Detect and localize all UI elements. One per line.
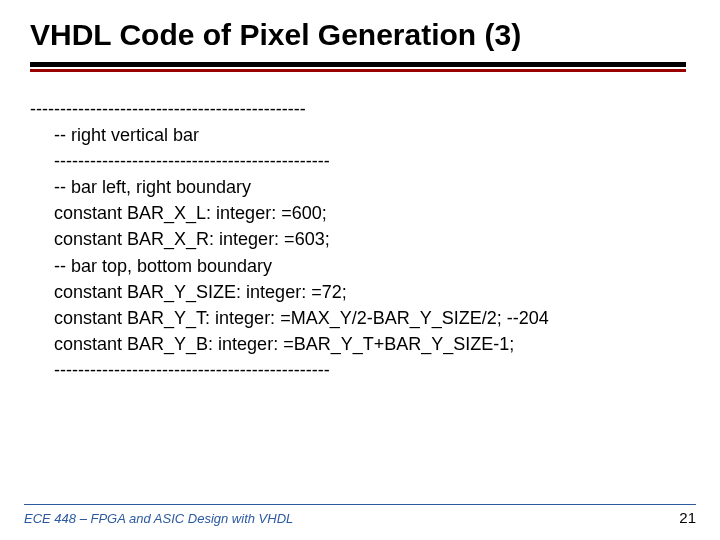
- rule-thin: [30, 69, 686, 72]
- code-line: -- bar top, bottom boundary: [54, 253, 696, 279]
- code-line: constant BAR_Y_T: integer: =MAX_Y/2-BAR_…: [54, 305, 696, 331]
- code-line: -- bar left, right boundary: [54, 174, 696, 200]
- rule-thick: [30, 62, 686, 67]
- code-dash-line: ----------------------------------------…: [54, 357, 696, 383]
- code-line: constant BAR_X_R: integer: =603;: [54, 226, 696, 252]
- title-rule: [30, 62, 686, 72]
- footer-divider: [24, 504, 696, 505]
- code-line: constant BAR_Y_SIZE: integer: =72;: [54, 279, 696, 305]
- footer: ECE 448 – FPGA and ASIC Design with VHDL…: [24, 504, 696, 526]
- code-line: -- right vertical bar: [54, 122, 696, 148]
- code-line: constant BAR_Y_B: integer: =BAR_Y_T+BAR_…: [54, 331, 696, 357]
- code-line: constant BAR_X_L: integer: =600;: [54, 200, 696, 226]
- code-block: ----------------------------------------…: [30, 96, 696, 383]
- slide: VHDL Code of Pixel Generation (3) ------…: [0, 0, 720, 540]
- code-dash-line: ----------------------------------------…: [54, 148, 696, 174]
- footer-row: ECE 448 – FPGA and ASIC Design with VHDL…: [24, 509, 696, 526]
- page-title: VHDL Code of Pixel Generation (3): [30, 18, 696, 52]
- course-label: ECE 448 – FPGA and ASIC Design with VHDL: [24, 511, 293, 526]
- code-dash-line: ----------------------------------------…: [30, 96, 696, 122]
- page-number: 21: [679, 509, 696, 526]
